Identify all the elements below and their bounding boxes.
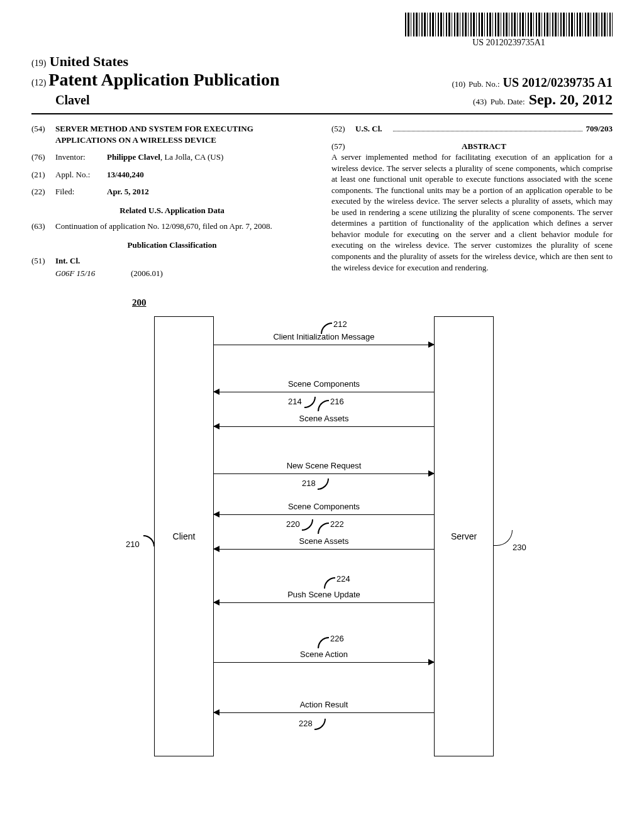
int-cl-row: G06F 15/16 (2006.01) xyxy=(55,268,313,279)
author-line: Clavel (43) Pub. Date: Sep. 20, 2012 xyxy=(31,91,613,108)
leader-8 xyxy=(318,637,329,648)
dots-leader xyxy=(393,131,582,131)
us-cl-field: (52) U.S. Cl. 709/203 xyxy=(331,123,613,135)
filed-field: (22) Filed: Apr. 5, 2012 xyxy=(31,186,313,197)
pub-type: Patent Application Publication xyxy=(48,70,279,89)
msg-1-ref: 212 xyxy=(333,319,347,329)
msg-3-ref: 216 xyxy=(330,397,344,406)
title-num: (54) xyxy=(31,123,55,145)
abstract-num: (57) xyxy=(331,141,355,152)
arrow-4 xyxy=(214,473,434,474)
right-column: (52) U.S. Cl. 709/203 (57) ABSTRACT A se… xyxy=(331,123,613,279)
appl-no-prefix: (21) xyxy=(31,169,55,180)
sequence-diagram: Client Server 210 230 Client Initializat… xyxy=(113,316,541,756)
leader-1 xyxy=(321,323,332,334)
msg-5-label: Scene Components xyxy=(261,502,387,511)
barcode-block: US 20120239735A1 xyxy=(405,13,613,48)
country-line: (19) United States xyxy=(31,53,613,70)
abstract-header: (57) ABSTRACT xyxy=(331,141,613,152)
arrow-8 xyxy=(214,662,434,663)
figure-area: 200 Client Server 210 230 Client Initial… xyxy=(31,297,613,763)
arrow-9 xyxy=(214,712,434,713)
msg-9-label: Action Result xyxy=(261,700,387,709)
leader-5 xyxy=(302,519,313,531)
int-cl-label: Int. Cl. xyxy=(55,255,80,267)
server-box: Server xyxy=(434,316,494,756)
pub-no-prefix: (10) xyxy=(452,79,465,89)
arrow-5 xyxy=(214,514,434,515)
arrow-2 xyxy=(214,392,434,392)
leader-2 xyxy=(304,397,316,408)
biblio-columns: (54) SERVER METHOD AND SYSTEM FOR EXECUT… xyxy=(31,123,613,279)
msg-9-ref: 228 xyxy=(299,719,313,728)
server-ref: 230 xyxy=(513,543,526,552)
leader-client xyxy=(143,535,155,546)
inventor-field: (76) Inventor: Philippe Clavel, La Jolla… xyxy=(31,152,313,163)
client-ref: 210 xyxy=(126,540,140,549)
abstract-heading: ABSTRACT xyxy=(355,141,613,152)
continuation-field: (63) Continuation of application No. 12/… xyxy=(31,221,313,232)
int-cl-year: (2006.01) xyxy=(131,268,163,279)
leader-7 xyxy=(324,577,335,589)
continuation-text: Continuation of application No. 12/098,6… xyxy=(55,221,272,232)
int-cl-field: (51) Int. Cl. xyxy=(31,255,313,267)
us-cl-label: U.S. Cl. xyxy=(355,123,390,135)
header: (19) United States (12) Patent Applicati… xyxy=(31,53,613,108)
continuation-num: (63) xyxy=(31,221,55,232)
msg-7-label: Push Scene Update xyxy=(261,590,387,599)
msg-4-ref: 218 xyxy=(302,479,316,488)
figure-ref: 200 xyxy=(132,297,147,308)
msg-6-ref: 222 xyxy=(330,519,344,529)
msg-2-ref: 214 xyxy=(288,397,302,406)
abstract-text: A server implemented method for facilita… xyxy=(331,152,613,273)
client-label: Client xyxy=(173,531,196,541)
pub-date-value: Sep. 20, 2012 xyxy=(529,91,613,108)
country-name: United States xyxy=(50,53,128,69)
inventor-name: Philippe Clavel xyxy=(107,152,160,162)
msg-2-label: Scene Components xyxy=(261,379,387,389)
appl-no-label: Appl. No.: xyxy=(55,169,107,180)
filed-label: Filed: xyxy=(55,186,107,197)
pub-no-label: Pub. No.: xyxy=(469,79,499,89)
msg-8-ref: 226 xyxy=(330,634,344,643)
pub-date-prefix: (43) xyxy=(473,97,487,106)
barcode-text: US 20120239735A1 xyxy=(405,38,613,48)
us-cl-num: (52) xyxy=(331,123,355,135)
arrow-6 xyxy=(214,549,434,550)
server-label: Server xyxy=(451,531,477,541)
inventor-loc: , La Jolla, CA (US) xyxy=(160,152,223,162)
client-box: Client xyxy=(154,316,214,756)
appl-no-field: (21) Appl. No.: 13/440,240 xyxy=(31,169,313,180)
msg-8-label: Scene Action xyxy=(261,650,387,659)
title-text: SERVER METHOD AND SYSTEM FOR EXECUTING A… xyxy=(55,123,313,145)
pub-type-prefix: (12) xyxy=(31,78,46,87)
country-prefix: (19) xyxy=(31,58,46,68)
filed-prefix: (22) xyxy=(31,186,55,197)
divider-rule xyxy=(31,113,613,114)
title-field: (54) SERVER METHOD AND SYSTEM FOR EXECUT… xyxy=(31,123,313,145)
arrow-7 xyxy=(214,602,434,603)
arrow-3 xyxy=(214,426,434,427)
left-column: (54) SERVER METHOD AND SYSTEM FOR EXECUT… xyxy=(31,123,313,279)
pub-date-block: (43) Pub. Date: Sep. 20, 2012 xyxy=(473,91,613,108)
inventor-num: (76) xyxy=(31,152,55,163)
us-cl-value: 709/203 xyxy=(586,123,613,135)
int-cl-num: (51) xyxy=(31,255,55,267)
pub-no-block: (10) Pub. No.: US 2012/0239735 A1 xyxy=(452,75,613,90)
related-heading: Related U.S. Application Data xyxy=(31,205,313,216)
msg-6-label: Scene Assets xyxy=(261,536,387,546)
arrow-1 xyxy=(214,345,434,345)
msg-3-label: Scene Assets xyxy=(261,414,387,423)
leader-4 xyxy=(318,479,329,490)
barcode-graphic xyxy=(405,13,613,36)
int-cl-code: G06F 15/16 xyxy=(55,268,131,279)
leader-3 xyxy=(318,400,329,411)
leader-server xyxy=(494,530,513,546)
pub-no-value: US 2012/0239735 A1 xyxy=(503,75,613,89)
leader-9 xyxy=(314,719,326,730)
msg-5-ref: 220 xyxy=(286,519,300,529)
pub-type-line: (12) Patent Application Publication (10)… xyxy=(31,70,613,90)
appl-no-value: 13/440,240 xyxy=(107,169,144,180)
filed-value: Apr. 5, 2012 xyxy=(107,186,149,197)
msg-4-label: New Scene Request xyxy=(261,461,387,470)
